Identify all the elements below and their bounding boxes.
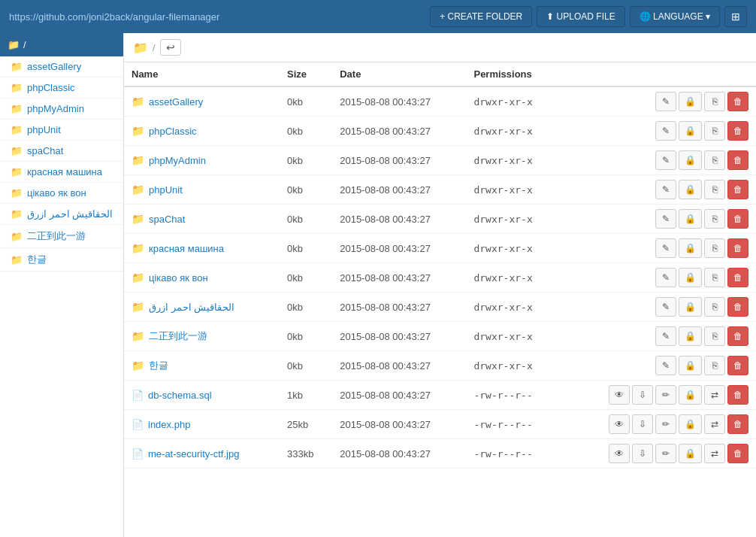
sidebar-item-한글[interactable]: 📁한글 [0,248,123,272]
permissions-button[interactable]: 🔒 [679,209,702,229]
copy-button[interactable]: ⎘ [704,121,725,141]
rename-button[interactable]: ✎ [655,180,676,199]
copy-button[interactable]: ⎘ [704,150,725,170]
rename-button[interactable]: ✎ [655,297,676,317]
grid-view-button[interactable]: ⊞ [724,6,747,27]
delete-button[interactable]: 🗑 [727,92,748,111]
folder-actions: ✎ 🔒 ⎘ 🗑 [560,322,756,351]
permissions-button[interactable]: 🔒 [679,444,702,463]
rename-button[interactable]: ✎ [655,356,676,375]
permissions-button[interactable]: 🔒 [679,414,702,434]
sidebar-item-الحقاقيش-احمر-ازرق[interactable]: 📁الحقاقيش احمر ازرق [0,204,123,225]
move-button[interactable]: ⇄ [704,444,725,463]
folder-name-link[interactable]: 📁 phpMyAdmin [132,154,272,166]
delete-button[interactable]: 🗑 [727,326,748,346]
rename-button[interactable]: ✎ [655,238,676,258]
file-name-link[interactable]: 📄 index.php [132,419,272,430]
permissions-button[interactable]: 🔒 [679,92,702,111]
file-table-body: 📁 assetGallery 0kb 2015-08-08 00:43:27 d… [124,86,756,469]
file-name-cell: 📄 me-at-security-ctf.jpg [124,439,280,469]
sidebar-item-phpClassic[interactable]: 📁phpClassic [0,77,123,99]
file-name-link[interactable]: 📄 db-schema.sql [132,390,272,401]
folder-icon-sm: 📁 [11,145,23,156]
folder-name-link[interactable]: 📁 二正到此一游 [132,329,272,343]
folder-name-link[interactable]: 📁 spaChat [132,213,272,225]
rename-button[interactable]: ✎ [655,326,676,346]
edit-button[interactable]: ✏ [655,444,676,463]
folder-name-link[interactable]: 📁 الحقاقيش احمر ازرق [132,301,272,313]
rename-button[interactable]: ✎ [655,121,676,141]
preview-button[interactable]: 👁 [609,444,630,463]
rename-button[interactable]: ✎ [655,209,676,229]
permissions-button[interactable]: 🔒 [679,385,702,405]
sidebar-root[interactable]: 📁 / [0,33,123,56]
permissions-button[interactable]: 🔒 [679,268,702,287]
breadcrumb-back-button[interactable]: ↩ [160,39,181,56]
delete-button[interactable]: 🗑 [727,414,748,434]
rename-button[interactable]: ✎ [655,150,676,170]
delete-button[interactable]: 🗑 [727,268,748,287]
rename-button[interactable]: ✎ [655,92,676,111]
folder-name-link[interactable]: 📁 phpClassic [132,125,272,137]
layout: 📁 / 📁assetGallery📁phpClassic📁phpMyAdmin📁… [0,33,756,537]
download-button[interactable]: ⇩ [632,385,653,405]
create-folder-button[interactable]: + CREATE FOLDER [430,6,532,27]
sidebar-item-цікаво-як-вон[interactable]: 📁цікаво як вон [0,183,123,204]
permissions-button[interactable]: 🔒 [679,297,702,317]
folder-actions: ✎ 🔒 ⎘ 🗑 [560,293,756,322]
permissions-button[interactable]: 🔒 [679,326,702,346]
rename-button[interactable]: ✎ [655,268,676,287]
folder-size: 0kb [280,117,332,146]
sidebar-item-phpMyAdmin[interactable]: 📁phpMyAdmin [0,99,123,120]
delete-button[interactable]: 🗑 [727,180,748,199]
folder-name-cell: 📁 красная машина [124,234,280,263]
delete-button[interactable]: 🗑 [727,238,748,258]
delete-button[interactable]: 🗑 [727,385,748,405]
move-button[interactable]: ⇄ [704,414,725,434]
folder-icon-sm: 📁 [11,103,23,114]
copy-button[interactable]: ⎘ [704,209,725,229]
sidebar-item-phpUnit[interactable]: 📁phpUnit [0,120,123,141]
delete-button[interactable]: 🗑 [727,209,748,229]
folder-name-link[interactable]: 📁 assetGallery [132,96,272,108]
download-button[interactable]: ⇩ [632,414,653,434]
sidebar-item-assetGallery[interactable]: 📁assetGallery [0,56,123,77]
sidebar-item-красная-машина[interactable]: 📁красная машина [0,162,123,183]
edit-button[interactable]: ✏ [655,385,676,405]
folder-name-link[interactable]: 📁 цікаво як вон [132,272,272,284]
folder-name-link[interactable]: 📁 한글 [132,359,272,372]
file-name-link[interactable]: 📄 me-at-security-ctf.jpg [132,448,272,460]
edit-button[interactable]: ✏ [655,414,676,434]
permissions-button[interactable]: 🔒 [679,180,702,199]
copy-button[interactable]: ⎘ [704,268,725,287]
preview-button[interactable]: 👁 [609,414,630,434]
copy-button[interactable]: ⎘ [704,297,725,317]
sidebar-item-二正到此一游[interactable]: 📁二正到此一游 [0,225,123,248]
permissions-button[interactable]: 🔒 [679,121,702,141]
delete-button[interactable]: 🗑 [727,297,748,317]
folder-name-link[interactable]: 📁 phpUnit [132,184,272,196]
permissions-button[interactable]: 🔒 [679,356,702,375]
folder-actions: ✎ 🔒 ⎘ 🗑 [560,234,756,263]
sidebar-item-spaChat[interactable]: 📁spaChat [0,141,123,162]
upload-file-button[interactable]: ⬆ UPLOAD FILE [537,6,624,27]
language-button[interactable]: 🌐 LANGUAGE ▾ [630,6,720,27]
copy-button[interactable]: ⎘ [704,356,725,375]
sidebar-item-label: цікаво як вон [27,187,86,199]
delete-button[interactable]: 🗑 [727,444,748,463]
delete-button[interactable]: 🗑 [727,356,748,375]
download-button[interactable]: ⇩ [632,444,653,463]
delete-button[interactable]: 🗑 [727,150,748,170]
permissions-button[interactable]: 🔒 [679,150,702,170]
move-button[interactable]: ⇄ [704,385,725,405]
copy-button[interactable]: ⎘ [704,326,725,346]
delete-button[interactable]: 🗑 [727,121,748,141]
copy-button[interactable]: ⎘ [704,92,725,111]
folder-name: цікаво як вон [149,272,208,284]
permissions-button[interactable]: 🔒 [679,238,702,258]
copy-button[interactable]: ⎘ [704,180,725,199]
folder-name-link[interactable]: 📁 красная машина [132,242,272,254]
folder-icon: 📁 [132,272,144,284]
copy-button[interactable]: ⎘ [704,238,725,258]
preview-button[interactable]: 👁 [609,385,630,405]
